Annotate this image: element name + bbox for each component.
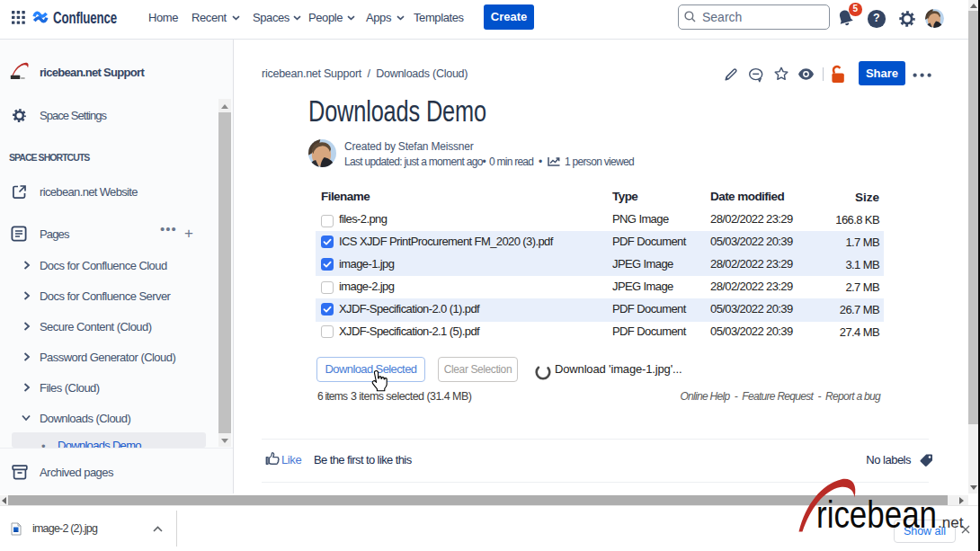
svg-text:ricebean: ricebean	[816, 493, 937, 536]
svg-text:.net: .net	[938, 514, 964, 531]
